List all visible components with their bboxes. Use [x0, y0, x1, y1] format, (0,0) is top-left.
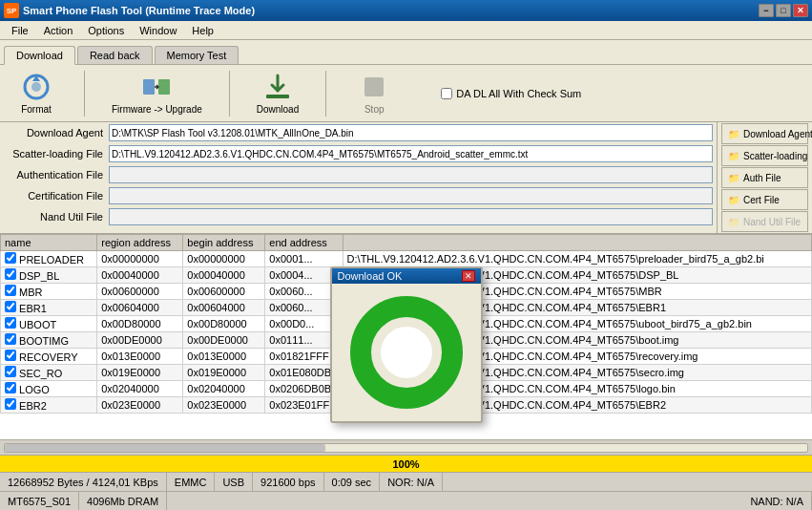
svg-rect-5	[364, 77, 384, 96]
dialog-close-button[interactable]: ✕	[462, 270, 475, 282]
stop-label: Stop	[364, 104, 385, 115]
field-row-auth: Authentication File	[0, 164, 717, 185]
menu-file[interactable]: File	[4, 23, 36, 38]
svg-point-1	[31, 82, 41, 92]
format-icon	[21, 72, 52, 102]
status-connection: USB	[215, 473, 253, 491]
da-dl-checkbox[interactable]	[441, 88, 452, 99]
status-time: 0:09 sec	[324, 473, 381, 491]
auth-file-btn-label: Auth File	[743, 173, 781, 183]
scatter-loading-btn-label: Scatter-loading	[743, 151, 807, 161]
firmware-upgrade-button[interactable]: Firmware -> Upgrade	[104, 68, 210, 118]
svg-rect-4	[266, 95, 289, 98]
svg-point-7	[381, 327, 432, 378]
tab-memorytest[interactable]: Memory Test	[155, 46, 239, 64]
download-agent-btn[interactable]: 📁 Download Agent	[721, 123, 808, 144]
minimize-button[interactable]: −	[759, 4, 774, 17]
svg-rect-3	[158, 79, 170, 95]
toolbar-separator-3	[325, 71, 326, 117]
status-ram: 4096Mb DRAM	[79, 492, 167, 510]
field-row-cert: Certification File	[0, 185, 717, 206]
format-label: Format	[21, 104, 52, 115]
field-label-auth: Authentication File	[4, 169, 109, 181]
firmware-label: Firmware -> Upgrade	[112, 104, 202, 115]
format-button[interactable]: Format	[8, 68, 65, 118]
firmware-icon	[141, 72, 172, 102]
stop-button[interactable]: Stop	[345, 68, 403, 118]
download-complete-chart	[349, 295, 464, 410]
dialog-titlebar: Download OK ✕	[332, 268, 481, 284]
download-ok-dialog: Download OK ✕	[330, 266, 483, 423]
tab-download[interactable]: Download	[4, 46, 75, 65]
status-chip: MT6575_S01	[0, 492, 79, 510]
status-bytes: 12668952 Bytes / 4124,01 KBps	[0, 473, 167, 491]
progress-bar: 100%	[0, 456, 812, 472]
field-input-download-agent[interactable]	[109, 124, 713, 141]
scatter-loading-btn[interactable]: 📁 Scatter-loading	[721, 145, 808, 166]
folder-icon-cert: 📁	[728, 195, 739, 205]
fields-area: Download Agent Scatter-loading File Auth…	[0, 122, 812, 234]
field-label-nand: Nand Util File	[4, 211, 109, 223]
dialog-title: Download OK	[338, 270, 403, 282]
menu-help[interactable]: Help	[184, 23, 221, 38]
folder-icon-scatter: 📁	[728, 151, 739, 161]
fields-left: Download Agent Scatter-loading File Auth…	[0, 122, 717, 233]
status-nand: NAND: N/A	[742, 492, 812, 510]
status-storage: EMMC	[167, 473, 216, 491]
menu-action[interactable]: Action	[36, 23, 81, 38]
nand-util-btn[interactable]: 📁 Nand Util File	[721, 211, 808, 232]
cert-file-btn-label: Cert File	[743, 195, 780, 205]
table-wrapper: name region address begin address end ad…	[0, 234, 812, 455]
menu-window[interactable]: Window	[132, 23, 184, 38]
status-bar-2: MT6575_S01 4096Mb DRAM NAND: N/A	[0, 491, 812, 510]
field-label-cert: Certification File	[4, 190, 109, 202]
dialog-body	[332, 284, 481, 421]
field-row-scatter: Scatter-loading File	[0, 143, 717, 164]
folder-icon-auth: 📁	[728, 173, 739, 183]
da-dl-checkbox-area: DA DL All With Check Sum	[441, 88, 581, 99]
app-icon: SP	[4, 3, 19, 18]
tab-bar: Download Read back Memory Test	[0, 40, 812, 65]
close-button[interactable]: ✕	[793, 4, 808, 17]
status-baud: 921600 bps	[253, 473, 324, 491]
auth-file-btn[interactable]: 📁 Auth File	[721, 167, 808, 188]
download-label: Download	[257, 104, 299, 115]
field-row-download-agent: Download Agent	[0, 122, 717, 143]
field-input-scatter[interactable]	[109, 145, 713, 162]
field-label-scatter: Scatter-loading File	[4, 148, 109, 159]
menu-bar: File Action Options Window Help	[0, 21, 812, 40]
status-bar-1: 12668952 Bytes / 4124,01 KBps EMMC USB 9…	[0, 472, 812, 491]
toolbar-separator-2	[229, 71, 230, 117]
field-row-nand: Nand Util File	[0, 206, 717, 227]
field-input-auth[interactable]	[109, 166, 713, 183]
cert-file-btn[interactable]: 📁 Cert File	[721, 189, 808, 210]
field-input-cert[interactable]	[109, 187, 713, 204]
status-nor: NOR: N/A	[380, 473, 443, 491]
download-icon	[262, 72, 293, 102]
progress-label: 100%	[392, 458, 419, 470]
menu-options[interactable]: Options	[80, 23, 132, 38]
field-label-download-agent: Download Agent	[4, 127, 109, 138]
field-input-nand[interactable]	[109, 208, 713, 225]
toolbar-separator-1	[84, 71, 85, 117]
svg-rect-2	[143, 79, 155, 95]
folder-icon-da: 📁	[728, 129, 739, 139]
da-dl-label: DA DL All With Check Sum	[456, 88, 581, 99]
nand-util-btn-label: Nand Util File	[743, 217, 801, 227]
folder-icon-nand: 📁	[728, 217, 739, 227]
dialog-overlay: Download OK ✕	[0, 234, 812, 455]
main-content: Download Agent Scatter-loading File Auth…	[0, 122, 812, 510]
window-controls: − □ ✕	[759, 4, 808, 17]
progress-bar-container: 100%	[0, 455, 812, 472]
window-title: Smart Phone Flash Tool (Runtime Trace Mo…	[23, 5, 255, 16]
fields-right: 📁 Download Agent 📁 Scatter-loading 📁 Aut…	[717, 122, 812, 233]
title-bar: SP Smart Phone Flash Tool (Runtime Trace…	[0, 0, 812, 21]
stop-icon	[359, 72, 389, 102]
download-agent-btn-label: Download Agent	[743, 129, 812, 139]
tab-readback[interactable]: Read back	[77, 46, 153, 64]
maximize-button[interactable]: □	[776, 4, 791, 17]
download-button[interactable]: Download	[249, 68, 306, 118]
toolbar: Format Firmware -> Upgrade Download	[0, 65, 812, 122]
title-left: SP Smart Phone Flash Tool (Runtime Trace…	[4, 3, 255, 18]
